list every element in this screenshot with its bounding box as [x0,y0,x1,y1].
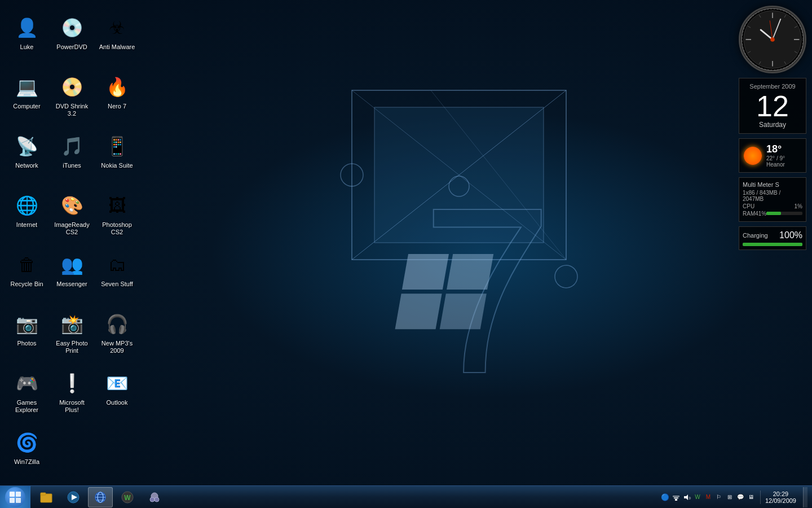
desktop-icon-win7zilla[interactable]: 🌀Win7Zilla [6,426,48,483]
network-label: Network [15,162,38,169]
outlook-icon: 📧 [104,370,131,397]
messenger-icon: 👥 [59,251,86,278]
recyclebin-label: Recycle Bin [10,281,43,288]
show-desktop-button[interactable] [803,487,807,507]
tray-icon6[interactable]: ⊞ [725,493,734,502]
multimeter-title: Multi Meter S [743,181,802,188]
desktop-icon-outlook[interactable]: 📧Outlook [96,367,138,423]
desktop-icon-internet[interactable]: 🌐Internet [6,189,48,246]
svg-rect-31 [10,498,15,503]
desktop-icon-powerdvd[interactable]: 💿PowerDVD [51,11,93,68]
tray-volume-icon[interactable]: )))) [682,493,691,502]
multimeter-ram-info: 1x86 / 843MB / 2047MB [743,190,802,202]
svg-rect-49 [673,496,679,497]
tray-network-icon[interactable] [672,493,681,502]
svg-rect-32 [16,498,21,503]
desktop-icon-imageready[interactable]: 🎨ImageReady CS2 [51,189,93,246]
antimalware-label: Anti Malware [99,43,135,51]
tray-bluetooth-icon[interactable]: 🔵 [661,493,670,502]
multimeter-ram-row: RAM 41% [743,211,802,217]
desktop-icon-photos[interactable]: 📷Photos [6,308,48,364]
battery-value: 100% [779,230,802,240]
desktop-icon-computer[interactable]: 💻Computer [6,71,48,127]
desktop-icon-easyphotoprint[interactable]: 📸Easy Photo Print [51,308,93,364]
desktop-icon-antimalware[interactable]: ☣Anti Malware [96,11,138,68]
tray-icon8[interactable]: 🖥 [747,493,756,502]
desktop-icon-nokiasuite[interactable]: 📱Nokia Suite [96,130,138,186]
desktop-icon-recyclebin[interactable]: 🗑Recycle Bin [6,248,48,305]
photoshop-label: Photoshop CS2 [99,221,135,236]
taskbar-clock[interactable]: 20:29 12/09/2009 [760,491,801,504]
luke-icon: 👤 [14,14,41,41]
easyphotoprint-icon: 📸 [59,310,86,338]
svg-rect-48 [674,497,678,499]
taskbar-right: 🔵 )))) W M ⚐ ⊞ 💬 🖥 20:29 [656,486,812,508]
windows-logo-icon [9,491,21,503]
taskbar-ie-btn[interactable] [88,487,113,507]
calendar-day: 12 [742,91,803,121]
nokiasuite-icon: 📱 [104,133,131,160]
taskbar-mediaplayer-btn[interactable] [61,487,86,507]
gamesexplorer-label: Games Explorer [8,399,45,414]
photos-label: Photos [17,340,36,347]
weather-sun-icon [744,147,762,165]
multimeter-cpu-row: CPU 1% [743,203,802,209]
tray-winamp-icon[interactable]: W [693,493,702,502]
ram-bar-container [766,212,802,215]
desktop-icon-dvdshrink[interactable]: 📀DVD Shrink 3.2 [51,71,93,127]
nero7-label: Nero 7 [108,103,126,110]
weather-high-low: 22° / 9° [766,155,785,161]
desktop-icon-sevenstuff[interactable]: 🗂Seven Stuff [96,248,138,305]
desktop-icon-messenger[interactable]: 👥Messenger [51,248,93,305]
tray-icon5[interactable]: ⚐ [714,493,723,502]
svg-marker-50 [684,494,688,500]
msplus-icon: ❕ [59,370,86,397]
desktop-icons-container: 👤Luke💿PowerDVD☣Anti Malware💻Computer📀DVD… [0,6,144,488]
svg-rect-34 [41,493,46,495]
msplus-label: Microsoft Plus! [54,399,90,414]
itunes-icon: 🎵 [59,133,86,160]
start-orb [5,487,25,507]
widgets-area: September 2009 12 Saturday 18° 22° / 9° … [739,6,806,250]
taskbar-messenger-btn[interactable] [142,487,167,507]
svg-rect-29 [10,492,15,497]
taskbar-explorer-btn[interactable] [34,487,59,507]
desktop-icon-photoshop[interactable]: 🖼Photoshop CS2 [96,189,138,246]
taskbar-winamp-btn[interactable]: W [115,487,140,507]
nero7-icon: 🔥 [104,73,131,100]
desktop-icon-network[interactable]: 📡Network [6,130,48,186]
clock-widget [739,6,806,73]
ram-bar [766,212,781,215]
desktop-icon-gamesexplorer[interactable]: 🎮Games Explorer [6,367,48,423]
tray-icon7[interactable]: 💬 [736,493,745,502]
gamesexplorer-icon: 🎮 [14,370,41,397]
system-tray: 🔵 )))) W M ⚐ ⊞ 💬 🖥 [661,493,756,502]
start-button[interactable] [0,486,30,509]
svg-rect-30 [16,492,21,497]
nokiasuite-label: Nokia Suite [101,162,133,169]
desktop-icon-newmp3[interactable]: 🎧New MP3's 2009 [96,308,138,364]
win7zilla-label: Win7Zilla [14,458,39,466]
svg-point-46 [155,497,159,502]
calendar-widget: September 2009 12 Saturday [739,78,806,134]
itunes-label: iTunes [63,162,81,169]
svg-text:)))): )))) [689,496,691,500]
desktop-icon-itunes[interactable]: 🎵iTunes [51,130,93,186]
weather-info: 18° 22° / 9° Heanor [766,143,785,168]
network-icon: 📡 [14,133,41,160]
battery-bar [743,243,802,246]
antimalware-icon: ☣ [104,14,131,41]
battery-label: Charging [743,232,768,239]
newmp3-icon: 🎧 [104,310,131,338]
computer-label: Computer [13,103,40,110]
svg-point-45 [150,497,155,502]
desktop-icon-nero7[interactable]: 🔥Nero 7 [96,71,138,127]
powerdvd-icon: 💿 [59,14,86,41]
tray-gmail-icon[interactable]: M [704,493,713,502]
internet-icon: 🌐 [14,192,41,219]
multimeter-widget: Multi Meter S 1x86 / 843MB / 2047MB CPU … [739,177,806,222]
taskbar-time: 20:29 [773,491,789,497]
desktop-icon-luke[interactable]: 👤Luke [6,11,48,68]
weather-temp: 18° [766,143,785,155]
desktop-icon-msplus[interactable]: ❕Microsoft Plus! [51,367,93,423]
